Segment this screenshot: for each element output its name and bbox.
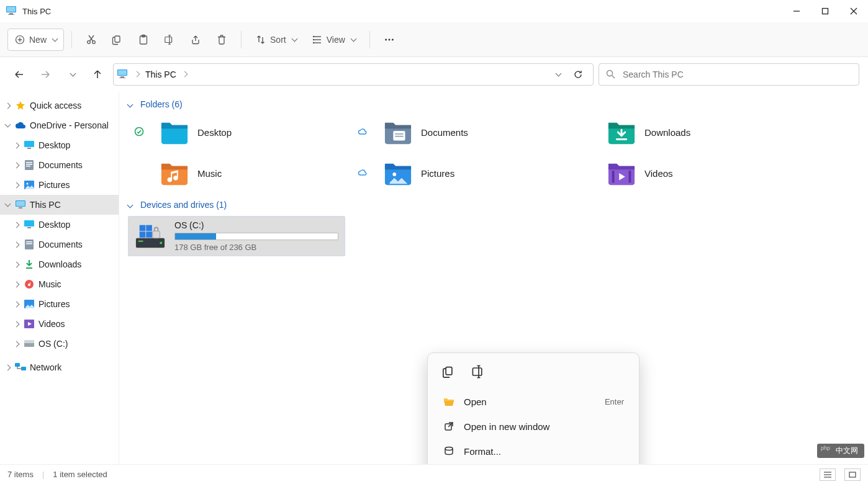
close-button[interactable] — [839, 0, 868, 22]
back-button[interactable] — [9, 64, 30, 85]
folder-icon — [384, 120, 412, 145]
breadcrumb-root[interactable] — [132, 69, 140, 79]
rename-button[interactable] — [158, 29, 181, 51]
sidebar-item-onedrive[interactable]: OneDrive - Personal — [0, 115, 119, 135]
star-icon — [15, 100, 26, 111]
sidebar-item-onedrive-pictures[interactable]: Pictures — [0, 175, 119, 195]
sidebar-item-onedrive-documents[interactable]: Documents — [0, 155, 119, 175]
ctx-copy-button[interactable] — [438, 361, 460, 383]
sort-icon — [255, 34, 266, 45]
refresh-button[interactable] — [569, 66, 587, 83]
sort-button[interactable]: Sort — [249, 29, 303, 51]
svg-point-61 — [135, 127, 143, 135]
sidebar-item-documents[interactable]: Documents — [0, 235, 119, 254]
svg-rect-64 — [395, 136, 403, 137]
chevron-down-icon — [554, 69, 561, 79]
sidebar-item-videos[interactable]: Videos — [0, 314, 119, 334]
view-icon — [312, 34, 323, 45]
address-bar[interactable]: This PC — [113, 63, 594, 86]
large-icons-view-button[interactable] — [844, 468, 861, 481]
drive-capacity-bar — [174, 233, 338, 240]
this-pc-icon — [117, 69, 127, 80]
folder-icon — [607, 120, 636, 145]
svg-rect-2 — [9, 13, 13, 14]
document-icon — [24, 239, 35, 250]
chevron-down-icon — [349, 35, 356, 45]
folder-videos[interactable]: . Videos — [575, 156, 798, 190]
sidebar-item-this-pc[interactable]: This PC — [0, 195, 119, 215]
sidebar-item-onedrive-desktop[interactable]: Desktop — [0, 135, 119, 155]
copy-button[interactable] — [106, 29, 129, 51]
search-box[interactable] — [599, 63, 859, 86]
svg-rect-38 — [27, 148, 31, 149]
folder-downloads[interactable]: . Downloads — [575, 115, 798, 149]
recent-button[interactable] — [61, 64, 82, 85]
sidebar-item-music[interactable]: Music — [0, 274, 119, 294]
svg-rect-15 — [115, 36, 120, 42]
svg-rect-74 — [146, 231, 152, 238]
folder-documents[interactable]: Documents — [351, 115, 575, 149]
desktop-icon — [24, 219, 35, 230]
new-label: New — [29, 35, 47, 45]
copy-icon — [112, 34, 123, 45]
up-button[interactable] — [87, 64, 108, 85]
ctx-rename-button[interactable] — [468, 361, 490, 383]
svg-rect-76 — [446, 367, 452, 375]
status-count: 7 items — [7, 470, 34, 479]
music-icon — [24, 279, 35, 290]
group-header-drives[interactable]: Devices and drives (1) — [128, 200, 859, 210]
folder-icon — [384, 161, 412, 186]
watermark: php 中文网 — [817, 444, 864, 458]
folder-icon — [160, 120, 189, 145]
svg-point-25 — [313, 36, 314, 37]
sidebar-item-quick-access[interactable]: Quick access — [0, 96, 119, 115]
new-button[interactable]: New — [7, 29, 64, 51]
group-header-folders[interactable]: Folders (6) — [128, 99, 859, 109]
svg-rect-52 — [26, 243, 32, 244]
svg-rect-71 — [140, 225, 146, 231]
sidebar-item-network[interactable]: Network — [0, 357, 119, 377]
sync-ok-icon — [133, 127, 145, 138]
paste-button[interactable] — [132, 29, 155, 51]
ctx-open-new-window[interactable]: Open in new window — [433, 414, 634, 439]
chevron-down-icon — [128, 101, 135, 108]
share-button[interactable] — [184, 29, 207, 51]
navigation-pane: Quick access OneDrive - Personal Desktop… — [0, 92, 119, 464]
folder-music[interactable]: . Music — [128, 156, 351, 190]
svg-point-11 — [88, 40, 91, 43]
address-history-button[interactable] — [549, 67, 564, 82]
breadcrumb-item[interactable]: This PC — [145, 69, 188, 79]
more-button[interactable] — [377, 29, 401, 51]
cloud-icon — [15, 120, 26, 131]
search-input[interactable] — [622, 69, 852, 80]
sidebar-item-os-c[interactable]: OS (C:) — [0, 334, 119, 354]
sidebar-item-pictures[interactable]: Pictures — [0, 294, 119, 314]
delete-button[interactable] — [210, 29, 233, 51]
drive-os-c[interactable]: OS (C:) 178 GB free of 236 GB — [128, 216, 345, 256]
minimize-button[interactable] — [782, 0, 811, 22]
chevron-right-icon — [12, 141, 20, 149]
context-menu: Open Enter Open in new window Format... … — [427, 352, 640, 464]
svg-rect-42 — [26, 166, 30, 167]
folder-desktop[interactable]: Desktop — [128, 115, 351, 149]
ctx-pin-quick-access[interactable]: Pin to Quick access — [433, 464, 634, 464]
sidebar-item-desktop[interactable]: Desktop — [0, 215, 119, 235]
download-icon — [24, 259, 35, 270]
svg-rect-49 — [27, 227, 31, 228]
sidebar-item-downloads[interactable]: Downloads — [0, 254, 119, 274]
view-button[interactable]: View — [305, 29, 362, 51]
folder-pictures[interactable]: Pictures — [351, 156, 575, 190]
drive-icon — [24, 338, 35, 349]
ctx-open[interactable]: Open Enter — [433, 389, 634, 414]
svg-point-65 — [392, 173, 396, 176]
svg-rect-18 — [165, 37, 172, 42]
svg-rect-34 — [119, 78, 125, 78]
forward-button[interactable] — [35, 64, 56, 85]
svg-rect-70 — [138, 240, 143, 241]
ctx-format[interactable]: Format... — [433, 439, 634, 464]
pictures-icon — [24, 179, 35, 190]
maximize-button[interactable] — [811, 0, 839, 22]
details-view-button[interactable] — [820, 468, 836, 481]
chevron-right-icon — [12, 221, 20, 228]
cut-button[interactable] — [79, 29, 103, 51]
